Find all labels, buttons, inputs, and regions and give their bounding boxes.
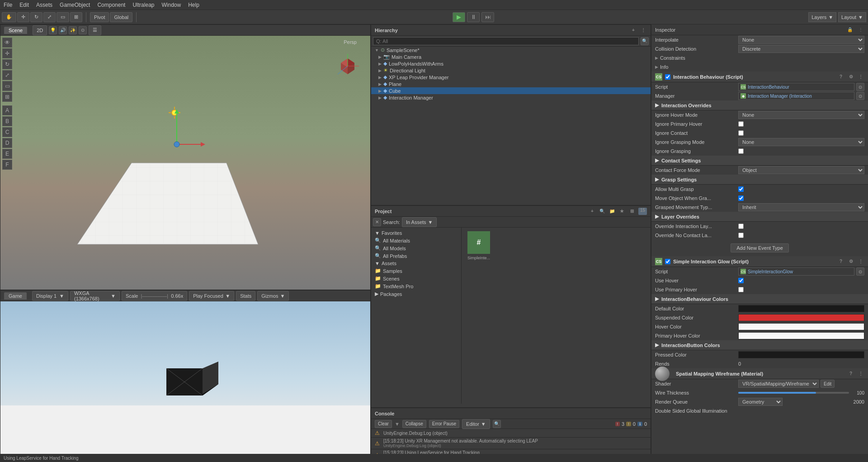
scene-audio-btn[interactable]: 🔊: [59, 26, 67, 34]
scene-tool-eye[interactable]: 👁: [2, 38, 12, 48]
scene-tool-f[interactable]: F: [2, 160, 12, 170]
tool-rotate[interactable]: ↻: [30, 12, 42, 22]
ib-manager-ref[interactable]: ◆ Interaction Manager (Interaction: [738, 92, 854, 100]
play-focused-selector[interactable]: Play Focused ▼: [189, 291, 234, 301]
ib-help-icon[interactable]: ?: [837, 73, 844, 81]
tool-move[interactable]: ✛: [17, 12, 29, 22]
add-new-event-type-button[interactable]: Add New Event Type: [731, 243, 789, 252]
project-search-scope[interactable]: In Assets ▼: [402, 217, 437, 227]
hierarchy-menu-icon[interactable]: ⋮: [640, 27, 647, 34]
project-textmesh-folder[interactable]: 📁 TextMesh Pro: [371, 282, 461, 290]
console-collapse-btn[interactable]: Collapse: [402, 420, 426, 428]
sig-menu-icon[interactable]: ⋮: [857, 258, 864, 265]
ignore-primary-hover-checkbox[interactable]: [738, 121, 744, 127]
project-all-materials[interactable]: 🔍 All Materials: [371, 237, 461, 244]
console-editor-dropdown[interactable]: Editor ▼: [462, 419, 490, 429]
spatial-mapping-header[interactable]: Spatial Mapping Wireframe (Material) ? ⋮: [651, 368, 868, 379]
menu-window[interactable]: Window: [158, 1, 184, 9]
ignore-contact-checkbox[interactable]: [738, 130, 744, 136]
global-button[interactable]: Global: [110, 12, 132, 22]
scene-tool-e[interactable]: E: [2, 149, 12, 159]
scene-tool-move2d[interactable]: ✛: [2, 48, 12, 58]
project-grid-icon[interactable]: ⊞: [628, 208, 636, 215]
inspector-lock-icon[interactable]: 🔒: [846, 26, 854, 33]
ib-menu-icon[interactable]: ⋮: [857, 73, 864, 81]
primary-hover-color-swatch[interactable]: [738, 332, 864, 339]
console-search-icon[interactable]: 🔍: [493, 420, 501, 428]
ib-settings-icon[interactable]: ⚙: [847, 73, 854, 81]
hover-color-swatch[interactable]: [738, 323, 864, 330]
inspector-menu-icon[interactable]: ⋮: [857, 26, 864, 33]
ignore-hover-mode-dropdown[interactable]: None: [738, 111, 864, 119]
project-samples-folder[interactable]: 📁 Samples: [371, 267, 461, 275]
sig-script-ref[interactable]: CS SimpleInteractionGlow: [738, 267, 854, 276]
ib-enable-checkbox[interactable]: [665, 74, 670, 80]
layers-dropdown[interactable]: Layers ▼: [808, 12, 836, 22]
sig-use-primary-hover-checkbox[interactable]: [738, 287, 744, 292]
sig-help-icon[interactable]: ?: [837, 258, 844, 265]
scene-tool-rect2[interactable]: ▭: [2, 81, 12, 91]
menu-file[interactable]: File: [0, 1, 16, 9]
stats-btn[interactable]: Stats: [236, 291, 255, 301]
sig-use-hover-checkbox[interactable]: [738, 278, 744, 283]
sig-script-target-btn[interactable]: ⊙: [856, 267, 864, 276]
sig-enable-checkbox[interactable]: [665, 259, 670, 264]
ib-colors-header[interactable]: ▶ InteractionBehaviour Colors: [651, 294, 868, 304]
tool-hand[interactable]: ✋: [2, 12, 16, 22]
menu-edit[interactable]: Edit: [16, 1, 33, 9]
scene-tool-rotate2[interactable]: ↻: [2, 59, 12, 69]
ib-script-ref[interactable]: CS InteractionBehaviour: [738, 83, 854, 91]
scene-view-mode[interactable]: ☰: [89, 25, 101, 35]
console-item-0[interactable]: ⚠ UnityEngine.Debug:Log (object): [371, 429, 651, 438]
collision-detection-dropdown[interactable]: Discrete: [738, 45, 864, 53]
ib-script-target-btn[interactable]: ⊙: [856, 83, 864, 91]
scene-canvas[interactable]: 👁 ✛ ↻ ⤢ ▭ ⊞ A B C D E F: [0, 36, 370, 290]
scene-tool-snap[interactable]: ⊞: [2, 92, 12, 102]
tab-scene[interactable]: Scene: [4, 27, 27, 34]
hierarchy-item-cube[interactable]: ▶ ◆ Cube: [371, 87, 651, 94]
console-error-pause-btn[interactable]: Error Pause: [429, 420, 459, 428]
sig-settings-icon[interactable]: ⚙: [847, 258, 854, 265]
display-selector[interactable]: Display 1 ▼: [32, 291, 68, 301]
ib-manager-target-btn[interactable]: ⊙: [856, 92, 864, 100]
resolution-selector[interactable]: WXGA (1366x768) ▼: [70, 291, 120, 301]
hierarchy-add-icon[interactable]: +: [630, 27, 637, 34]
scene-tool-c[interactable]: C: [2, 127, 12, 137]
tab-game[interactable]: Game: [4, 292, 27, 300]
console-item-1[interactable]: ⚠ [15:18:23] Unity XR Management not ava…: [371, 438, 651, 449]
project-all-prefabs[interactable]: 🔍 All Prefabs: [371, 252, 461, 260]
scene-tool-b[interactable]: B: [2, 116, 12, 126]
project-folder-icon[interactable]: 📁: [609, 208, 616, 215]
menu-component[interactable]: Component: [94, 1, 129, 9]
hierarchy-item-scene[interactable]: ▼ ⊙ SampleScene*: [371, 47, 651, 53]
project-star-icon[interactable]: ★: [618, 208, 626, 215]
shader-edit-btn[interactable]: Edit: [821, 380, 835, 388]
project-search-icon[interactable]: 🔍: [599, 208, 606, 215]
interpolate-dropdown[interactable]: None: [738, 36, 864, 44]
scene-2d-btn[interactable]: 2D: [33, 25, 47, 35]
gizmos-btn-game[interactable]: Gizmos ▼: [257, 291, 289, 301]
hierarchy-item-light[interactable]: ▶ ☀ Directional Light: [371, 67, 651, 74]
interaction-behaviour-header[interactable]: CS Interaction Behaviour (Script) ? ⚙ ⋮: [651, 71, 868, 82]
ib-button-colors-header[interactable]: ▶ InteractionButton Colors: [651, 340, 868, 350]
project-add-icon[interactable]: +: [589, 208, 596, 215]
contact-settings-header[interactable]: ▶ Contact Settings: [651, 156, 868, 166]
default-color-swatch[interactable]: [738, 305, 864, 312]
contact-force-mode-dropdown[interactable]: Object: [738, 166, 864, 174]
scene-gizmos-btn[interactable]: ⊙: [79, 26, 87, 34]
hierarchy-search-input[interactable]: [373, 37, 639, 45]
menu-ultraleap[interactable]: Ultraleap: [129, 1, 158, 9]
layer-overrides-header[interactable]: ▶ Layer Overrides: [651, 212, 868, 222]
pivot-button[interactable]: Pivot: [90, 12, 109, 22]
hierarchy-item-xp-leap[interactable]: ▶ ◆ XP Leap Provider Manager: [371, 74, 651, 81]
hierarchy-item-main-camera[interactable]: ▶ 📷 Main Camera: [371, 53, 651, 60]
grasped-movement-type-dropdown[interactable]: Inherit: [738, 203, 864, 211]
override-no-contact-layer-checkbox[interactable]: [738, 233, 744, 238]
render-queue-dropdown[interactable]: Geometry: [738, 398, 783, 406]
asset-item-simplinte[interactable]: # SimpleInte...: [465, 231, 492, 263]
tool-scale[interactable]: ⤢: [43, 12, 56, 22]
hierarchy-item-interaction-manager[interactable]: ▶ ◆ Interaction Manager: [371, 94, 651, 101]
allow-multi-grasp-checkbox[interactable]: [738, 186, 744, 192]
project-scenes-folder[interactable]: 📁 Scenes: [371, 275, 461, 282]
move-object-grasped-checkbox[interactable]: [738, 195, 744, 201]
